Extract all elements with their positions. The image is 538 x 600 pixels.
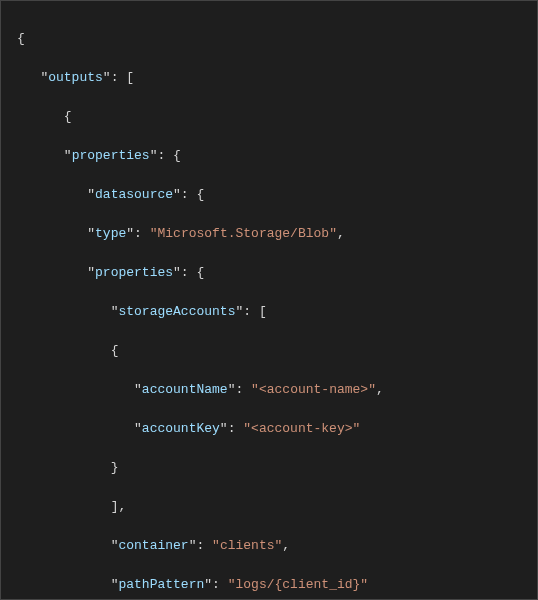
code-line: }	[1, 458, 537, 478]
code-line: {	[1, 107, 537, 127]
code-line: {	[1, 341, 537, 361]
code-line: "accountName": "<account-name>",	[1, 380, 537, 400]
json-string: "clients"	[212, 538, 282, 553]
code-line: "storageAccounts": [	[1, 302, 537, 322]
json-code-block: { "outputs": [ { "properties": { "dataso…	[1, 1, 537, 600]
code-line: "accountKey": "<account-key>"	[1, 419, 537, 439]
code-line: "container": "clients",	[1, 536, 537, 556]
code-line: "datasource": {	[1, 185, 537, 205]
json-key: pathPattern	[118, 577, 204, 592]
json-string: "<account-key>"	[243, 421, 360, 436]
json-key: outputs	[48, 70, 103, 85]
code-line: "properties": {	[1, 263, 537, 283]
json-key: properties	[95, 265, 173, 280]
json-key: properties	[72, 148, 150, 163]
code-line: "type": "Microsoft.Storage/Blob",	[1, 224, 537, 244]
code-line: "pathPattern": "logs/{client_id}"	[1, 575, 537, 595]
json-key: datasource	[95, 187, 173, 202]
json-key: storageAccounts	[118, 304, 235, 319]
code-line: "outputs": [	[1, 68, 537, 88]
json-key: accountKey	[142, 421, 220, 436]
json-key: container	[118, 538, 188, 553]
code-line: ],	[1, 497, 537, 517]
code-line: {	[1, 29, 537, 49]
code-line: "properties": {	[1, 146, 537, 166]
json-string: "Microsoft.Storage/Blob"	[150, 226, 337, 241]
json-string: "<account-name>"	[251, 382, 376, 397]
json-key: type	[95, 226, 126, 241]
json-string: "logs/{client_id}"	[228, 577, 368, 592]
json-key: accountName	[142, 382, 228, 397]
